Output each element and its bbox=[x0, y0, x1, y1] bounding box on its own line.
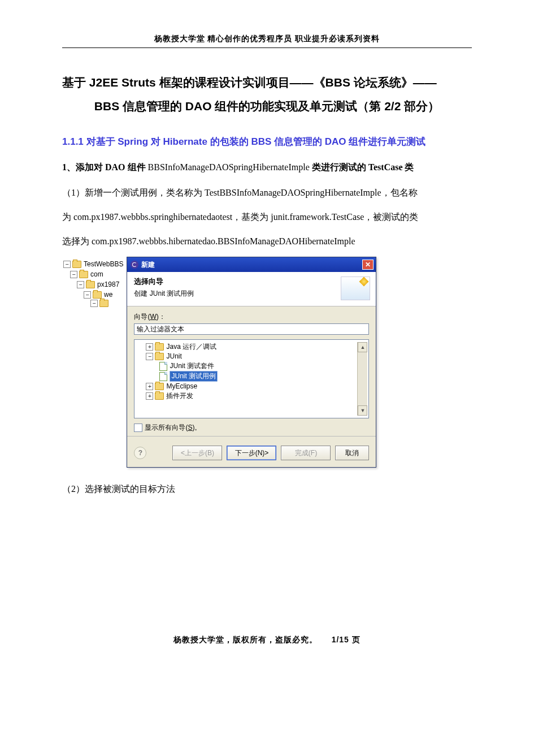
wizard-filter-input[interactable] bbox=[134, 323, 369, 335]
folder-icon bbox=[155, 392, 164, 400]
wizard-item-junit-suite[interactable]: JUnit 测试套件 bbox=[136, 361, 357, 371]
expand-icon[interactable]: + bbox=[146, 392, 153, 400]
show-all-key: S bbox=[188, 424, 192, 431]
footer-copyright: 杨教授大学堂，版权所有，盗版必究。 bbox=[173, 635, 318, 644]
wizard-item-label: JUnit 测试套件 bbox=[170, 361, 214, 371]
collapse-icon[interactable]: − bbox=[70, 271, 77, 278]
help-icon[interactable]: ? bbox=[134, 447, 146, 459]
tree-root-label: TestWebBBS bbox=[84, 259, 123, 269]
wizard-item-junit-testcase[interactable]: JUnit 测试用例 bbox=[136, 371, 357, 382]
eclipse-icon bbox=[131, 261, 138, 269]
wizard-field-label: 向导(W)： bbox=[134, 312, 369, 322]
wizard-item-myeclipse[interactable]: + MyEclipse bbox=[136, 382, 357, 391]
dialog-footer: ? <上一步(B) 下一步(N)> 完成(F) 取消 bbox=[127, 440, 376, 467]
paragraph-1a: （1）新增一个测试用例，类名称为 TestBBSInfoManageDAOSpr… bbox=[62, 183, 472, 202]
wizard-item-label: Java 运行／调试 bbox=[166, 342, 216, 352]
banner-title: 选择向导 bbox=[134, 277, 194, 287]
wizard-item-label: MyEclipse bbox=[166, 382, 197, 391]
folder-icon bbox=[86, 281, 95, 288]
tree-root[interactable]: − TestWebBBS bbox=[63, 259, 123, 269]
dialog-titlebar[interactable]: 新建 ✕ bbox=[127, 257, 376, 272]
title-line-1: 基于 J2EE Struts 框架的课程设计实训项目——《BBS 论坛系统》—— bbox=[62, 76, 437, 89]
sub1-mid1: 组件 bbox=[125, 162, 148, 172]
show-all-label: 显示所有向导(S)。 bbox=[145, 423, 201, 433]
testsuite-file-icon bbox=[159, 362, 167, 371]
sub1-classname: BBSInfoManageDAOSpringHibernateImple bbox=[148, 162, 310, 172]
folder-icon bbox=[72, 261, 81, 268]
page-footer: 杨教授大学堂，版权所有，盗版必究。 1/15 页 bbox=[62, 635, 472, 645]
dialog-banner: 选择向导 创建 JUnit 测试用例 bbox=[127, 272, 376, 306]
expand-icon[interactable]: + bbox=[146, 383, 153, 390]
dialog-separator bbox=[127, 436, 376, 437]
subheading-1: 1、添加对 DAO 组件 BBSInfoManageDAOSpringHiber… bbox=[62, 159, 472, 176]
wizard-label-key: W bbox=[150, 313, 156, 321]
wizard-banner-icon bbox=[341, 277, 370, 300]
collapse-icon[interactable]: − bbox=[77, 281, 84, 288]
sub1-tail: 类 bbox=[402, 162, 414, 172]
sub1-mid2: 类进行测试的 bbox=[310, 162, 368, 172]
title-line-2: BBS 信息管理的 DAO 组件的功能实现及单元测试（第 2/2 部分） bbox=[62, 94, 472, 118]
sub1-bold-dao: DAO bbox=[105, 162, 125, 172]
banner-subtitle: 创建 JUnit 测试用例 bbox=[134, 289, 194, 299]
project-tree-panel: − TestWebBBS − com − px1987 bbox=[62, 257, 127, 309]
section-heading-1-1-1: 1.1.1 对基于 Spring 对 Hibernate 的包装的 BBS 信息… bbox=[62, 135, 472, 148]
wizard-label-pre: 向导( bbox=[134, 313, 150, 321]
collapse-icon[interactable]: − bbox=[90, 300, 98, 307]
checkbox-unchecked-icon[interactable] bbox=[134, 424, 142, 432]
next-button[interactable]: 下一步(N)> bbox=[227, 446, 276, 460]
show-all-post: )。 bbox=[193, 424, 202, 431]
folder-icon bbox=[99, 300, 108, 307]
paragraph-1c: 选择为 com.px1987.webbbs.hibernatedao.BBSIn… bbox=[62, 231, 472, 251]
finish-button: 完成(F) bbox=[281, 446, 331, 460]
show-all-wizards-row[interactable]: 显示所有向导(S)。 bbox=[134, 423, 369, 433]
tree-node-leaf[interactable]: − bbox=[90, 300, 123, 307]
testcase-file-icon bbox=[159, 372, 167, 381]
wizard-tree-list[interactable]: + Java 运行／调试 − JUnit JUnit 测试套件 bbox=[134, 339, 369, 418]
sub1-bold-testcase: TestCase bbox=[368, 162, 403, 172]
paragraph-1b: 为 com.px1987.webbbs.springhibernatedaote… bbox=[62, 207, 472, 227]
wizard-item-label-selected: JUnit 测试用例 bbox=[170, 371, 218, 382]
page-header: 杨教授大学堂 精心创作的优秀程序员 职业提升必读系列资料 bbox=[62, 34, 472, 48]
wizard-item-junit[interactable]: − JUnit bbox=[136, 352, 357, 361]
expand-icon[interactable]: + bbox=[146, 343, 153, 351]
scroll-down-button[interactable]: ▼ bbox=[358, 405, 367, 416]
folder-icon bbox=[93, 291, 102, 299]
scrollbar[interactable]: ▲ ▼ bbox=[357, 342, 367, 416]
cancel-button[interactable]: 取消 bbox=[335, 446, 369, 460]
collapse-icon[interactable]: − bbox=[146, 353, 153, 360]
folder-icon bbox=[155, 343, 164, 351]
screenshot-composite: − TestWebBBS − com − px1987 bbox=[62, 257, 472, 468]
wizard-item-plugin-dev[interactable]: + 插件开发 bbox=[136, 391, 357, 401]
document-title: 基于 J2EE Struts 框架的课程设计实训项目——《BBS 论坛系统》——… bbox=[62, 71, 472, 118]
sub1-prefix: 1、添加对 bbox=[62, 162, 105, 172]
close-button[interactable]: ✕ bbox=[362, 260, 374, 270]
wizard-item-label: 插件开发 bbox=[166, 391, 193, 401]
dialog-body: 向导(W)： + Java 运行／调试 − JUnit bbox=[127, 306, 376, 440]
wizard-item-java-run[interactable]: + Java 运行／调试 bbox=[136, 342, 357, 352]
show-all-pre: 显示所有向导( bbox=[145, 424, 188, 431]
tree-label: we bbox=[104, 290, 112, 300]
collapse-icon[interactable]: − bbox=[63, 261, 71, 268]
footer-page-number: 1/15 页 bbox=[332, 635, 361, 644]
folder-icon bbox=[155, 383, 164, 390]
collapse-icon[interactable]: − bbox=[84, 291, 91, 299]
scroll-up-button[interactable]: ▲ bbox=[358, 342, 367, 352]
tree-node-com[interactable]: − com bbox=[70, 269, 123, 279]
dialog-title-text: 新建 bbox=[141, 260, 155, 270]
tree-node-px1987[interactable]: − px1987 bbox=[77, 279, 123, 290]
tree-label: px1987 bbox=[97, 279, 119, 290]
new-wizard-dialog: 新建 ✕ 选择向导 创建 JUnit 测试用例 向导(W)： bbox=[127, 257, 376, 468]
wizard-item-label: JUnit bbox=[166, 352, 181, 361]
folder-icon bbox=[79, 271, 88, 278]
paragraph-2: （2）选择被测试的目标方法 bbox=[62, 479, 472, 499]
back-button: <上一步(B) bbox=[172, 446, 222, 460]
tree-label: com bbox=[90, 269, 103, 279]
wizard-label-post: )： bbox=[157, 313, 166, 321]
folder-icon bbox=[155, 353, 164, 360]
